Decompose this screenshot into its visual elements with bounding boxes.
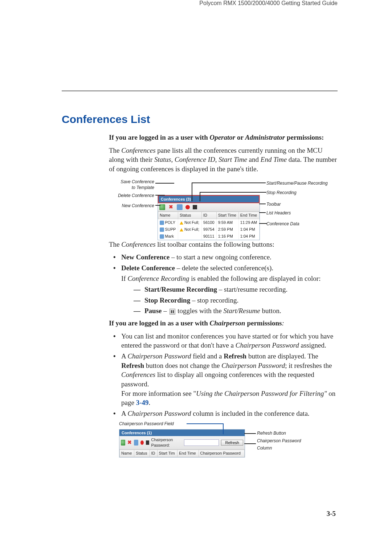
list-item: Delete Conference – delete the selected … bbox=[111, 263, 338, 316]
conference-icon bbox=[160, 234, 164, 239]
conferences-pane: Conferences (3) ✖ Name Status ID Start T… bbox=[158, 195, 260, 240]
callout-line bbox=[259, 212, 266, 213]
txt: assigned. bbox=[299, 341, 326, 349]
txt: Conference ID bbox=[175, 156, 215, 163]
header-rule bbox=[62, 90, 338, 91]
delete-conference-icon[interactable]: ✖ bbox=[127, 440, 132, 446]
cell: 9:59 AM bbox=[216, 219, 238, 226]
list-item: A Chairperson Password column is include… bbox=[111, 409, 338, 418]
callout-chairperson-password-col-2: Column bbox=[257, 445, 301, 451]
callout-save-template-1: Save Conference bbox=[121, 179, 154, 185]
txt: Conferences bbox=[121, 147, 155, 154]
col-id[interactable]: ID bbox=[150, 450, 157, 457]
callout-save-template-2: to Template bbox=[132, 185, 154, 190]
table-row[interactable]: SUPP Not Full; 99754 2:59 PM 1:04 PM bbox=[158, 226, 260, 233]
txt: Start Time bbox=[219, 156, 247, 163]
col-status[interactable]: Status bbox=[134, 450, 150, 457]
toolbar-sentence: The Conferences list toolbar contains th… bbox=[109, 240, 338, 249]
callout-delete-conference: Delete Conference bbox=[118, 193, 154, 198]
col-status[interactable]: Status bbox=[178, 212, 202, 219]
txt: Conferences bbox=[121, 371, 155, 378]
cell bbox=[178, 233, 202, 240]
cell: 90111 bbox=[202, 233, 217, 240]
stop-icon[interactable] bbox=[193, 205, 197, 209]
refresh-button[interactable]: Refresh bbox=[221, 440, 243, 446]
list-item: You can list and monitor conferences you… bbox=[111, 332, 338, 350]
list-item: Start/Resume Recording – start/resume re… bbox=[134, 285, 338, 294]
callout-refresh-button: Refresh Button bbox=[257, 430, 301, 436]
operator-intro-line: If you are logged in as a user with Oper… bbox=[109, 133, 338, 142]
txt: Stop Recording bbox=[144, 296, 190, 304]
txt: ; it resfreshes the bbox=[285, 362, 332, 369]
chairperson-password-input[interactable] bbox=[184, 439, 219, 446]
txt: Chairperson Password bbox=[221, 362, 285, 369]
callout-line bbox=[259, 223, 267, 224]
cell: Mark bbox=[165, 234, 174, 238]
pause-icon bbox=[170, 309, 175, 315]
delete-conference-icon[interactable]: ✖ bbox=[168, 204, 174, 210]
callout-new-conference: New Conference bbox=[122, 203, 154, 209]
cell: SUPP bbox=[165, 227, 176, 231]
callout-chairperson-password-field: Chairperson Password Field bbox=[119, 421, 338, 427]
txt: Chairperson Password bbox=[127, 352, 191, 360]
txt: , bbox=[171, 156, 175, 163]
list-item: A Chairperson Password field and a Refre… bbox=[111, 352, 338, 407]
txt: – stop recording. bbox=[190, 296, 238, 304]
col-name[interactable]: Name bbox=[158, 212, 178, 219]
txt: Chairperson Password bbox=[127, 410, 191, 417]
callout-line bbox=[192, 182, 266, 183]
col-id[interactable]: ID bbox=[202, 212, 217, 219]
txt: Conferences bbox=[121, 241, 155, 248]
txt: permissions bbox=[245, 319, 282, 327]
col-start-time[interactable]: Start Tim bbox=[157, 450, 177, 457]
txt: End Time bbox=[261, 156, 287, 163]
warning-icon bbox=[180, 221, 183, 225]
page-link-3-49[interactable]: 3-49 bbox=[136, 399, 149, 406]
record-icon[interactable] bbox=[185, 205, 190, 209]
txt: Delete Conference bbox=[121, 264, 175, 272]
col-start-time[interactable]: Start Time bbox=[216, 212, 238, 219]
txt: Operator bbox=[209, 134, 235, 141]
new-conference-icon[interactable] bbox=[121, 440, 125, 446]
txt: Refresh bbox=[121, 362, 144, 369]
page-header: Polycom RMX 1500/2000/4000 Getting Start… bbox=[0, 0, 392, 9]
conferences-pane-desc: The Conferences pane lists all the confe… bbox=[109, 146, 338, 174]
txt: Conference Recording bbox=[127, 275, 189, 282]
chairperson-password-label: Chairperson Password: bbox=[151, 437, 182, 448]
cell: Not Full; bbox=[184, 220, 199, 225]
callout-line bbox=[200, 192, 266, 193]
col-chairperson-password[interactable]: Chairperson Password bbox=[199, 450, 244, 457]
txt: If you are logged in as a user with bbox=[109, 134, 209, 141]
txt: list toolbar contains the following butt… bbox=[156, 241, 274, 248]
figure2-right-callouts: Refresh Button Chairperson Password Colu… bbox=[257, 430, 301, 452]
conferences-toolbar: ✖ bbox=[158, 203, 260, 212]
callout-line bbox=[155, 205, 160, 206]
record-icon[interactable] bbox=[140, 440, 144, 445]
chairperson-figure: Chairperson Password Field Conferences (… bbox=[119, 421, 338, 454]
callout-line bbox=[192, 182, 192, 201]
col-name[interactable]: Name bbox=[120, 450, 134, 457]
table-row[interactable]: Mark 90111 1:16 PM 1:04 PM bbox=[158, 233, 260, 240]
txt: Chairperson bbox=[209, 319, 245, 327]
cell: POLY bbox=[165, 220, 176, 225]
cell: 2:59 PM bbox=[216, 226, 238, 233]
callout-line bbox=[259, 204, 266, 204]
col-end-time[interactable]: End Time bbox=[177, 450, 199, 457]
section-title: Conferences List bbox=[62, 113, 392, 126]
list-item: Stop Recording – stop recording. bbox=[134, 296, 338, 305]
save-template-icon[interactable] bbox=[177, 204, 183, 210]
save-template-icon[interactable] bbox=[134, 440, 138, 446]
conference-icon bbox=[160, 227, 164, 232]
txt: A bbox=[121, 410, 127, 417]
table-row[interactable]: POLY Not Full; 56100 9:59 AM 11:29 AM bbox=[158, 219, 260, 226]
txt: If you are logged in as a user with bbox=[109, 319, 209, 327]
callout-stop-recording: Stop Recording bbox=[266, 190, 297, 196]
txt: , bbox=[215, 156, 219, 163]
table-header-row: Name Status ID Start Tim End Time Chairp… bbox=[120, 450, 245, 457]
stop-icon[interactable] bbox=[146, 440, 149, 445]
col-end-time[interactable]: End Time bbox=[238, 212, 259, 219]
list-item: Pause – toggles with the Start/Resume bu… bbox=[134, 306, 338, 316]
txt: and bbox=[247, 156, 261, 163]
cell: 1:04 PM bbox=[238, 233, 259, 240]
callout-start-resume-pause: Start/Resume/Pause Recording bbox=[266, 180, 328, 186]
